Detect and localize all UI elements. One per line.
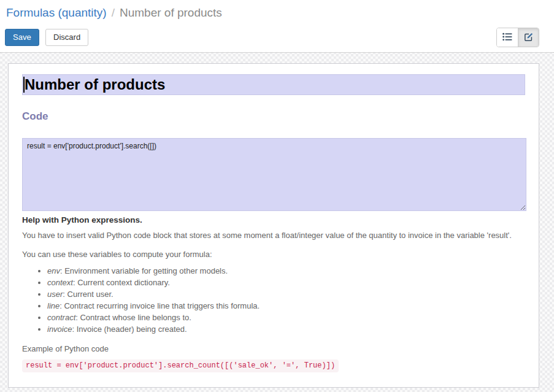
python-help-block: Help with Python expressions. You have t… bbox=[22, 215, 525, 372]
list-item: user: Current user. bbox=[47, 290, 525, 299]
code-textarea[interactable]: result = env['product.product'].search([… bbox=[22, 138, 526, 211]
breadcrumb-separator: / bbox=[112, 6, 115, 19]
record-buttons: Save Discard bbox=[5, 29, 88, 46]
example-code-snippet: result = env['product.product'].search_c… bbox=[22, 359, 339, 372]
list-item: contract: Contract whose line belongs to… bbox=[47, 313, 525, 322]
list-item: line: Contract recurring invoice line th… bbox=[47, 302, 525, 310]
form-view-button[interactable] bbox=[518, 28, 539, 47]
list-view-button[interactable] bbox=[497, 28, 518, 47]
control-panel-buttons-row: Save Discard bbox=[5, 28, 549, 47]
variables-list: env: Environment variable for getting ot… bbox=[22, 267, 525, 334]
list-icon bbox=[502, 33, 512, 43]
list-item: env: Environment variable for getting ot… bbox=[47, 267, 525, 275]
record-name-value: Number of products bbox=[25, 75, 165, 94]
control-panel: Formulas (quantity)/Number of products S… bbox=[0, 0, 554, 53]
view-switcher bbox=[496, 28, 539, 47]
help-intro-text: You have to insert valid Python code blo… bbox=[22, 230, 525, 240]
example-label: Example of Python code bbox=[22, 344, 525, 353]
help-heading: Help with Python expressions. bbox=[22, 215, 525, 225]
record-name-input[interactable]: Number of products bbox=[22, 74, 525, 95]
list-item: context: Current context dictionary. bbox=[47, 279, 525, 287]
discard-button[interactable]: Discard bbox=[45, 29, 88, 46]
breadcrumb-current: Number of products bbox=[120, 6, 222, 19]
breadcrumb-parent-link[interactable]: Formulas (quantity) bbox=[6, 6, 107, 19]
code-section-heading: Code bbox=[22, 110, 525, 123]
form-sheet: Number of products Code result = env['pr… bbox=[8, 63, 539, 388]
breadcrumb: Formulas (quantity)/Number of products bbox=[6, 6, 549, 20]
list-item: invoice: Invoice (header) being created. bbox=[47, 325, 525, 334]
edit-pencil-icon bbox=[524, 32, 534, 44]
help-variables-intro: You can use these variables to compute y… bbox=[22, 250, 525, 259]
save-button[interactable]: Save bbox=[5, 29, 39, 46]
